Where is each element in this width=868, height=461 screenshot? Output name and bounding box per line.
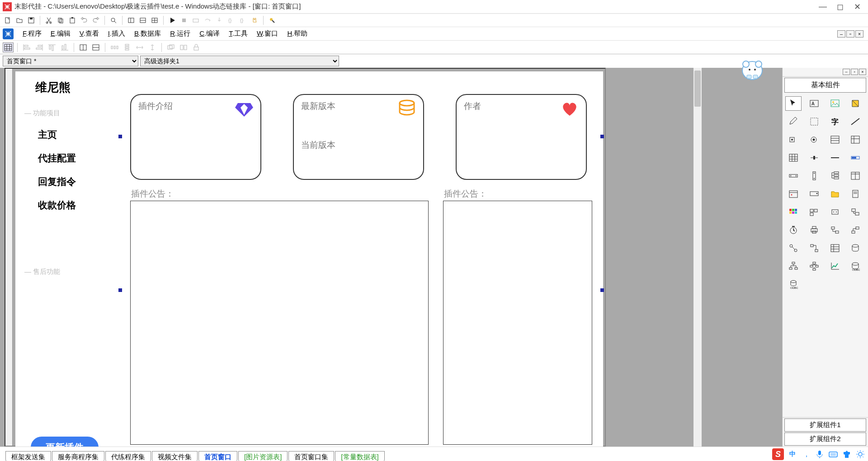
same-w-icon[interactable]	[134, 42, 145, 52]
bottom-tab[interactable]: 服务商程序集	[52, 451, 104, 461]
palette-node-icon[interactable]	[785, 241, 802, 255]
new-file-icon[interactable]	[3, 15, 13, 25]
palette-listbox-icon[interactable]	[827, 132, 843, 147]
brace1-icon[interactable]: {}	[226, 15, 236, 25]
palette-progress-icon[interactable]	[847, 151, 863, 165]
menu-帮助[interactable]: H.帮助	[283, 29, 312, 38]
palette-font-icon[interactable]: 字	[827, 114, 843, 129]
bottom-tab[interactable]: 视频文件集	[152, 451, 198, 461]
menu-运行[interactable]: R.运行	[165, 29, 195, 38]
center-h-icon[interactable]	[78, 42, 89, 52]
maximize-button[interactable]: ◻	[835, 2, 844, 11]
palette-odbc2-icon[interactable]: ODBC	[785, 277, 802, 292]
bottom-tab[interactable]: 代练程序集	[105, 451, 151, 461]
palette-hscroll-icon[interactable]	[785, 169, 802, 183]
sogou-ime-icon[interactable]: S	[772, 448, 784, 460]
palette-edit-icon[interactable]	[785, 114, 802, 129]
ime-mic-icon[interactable]	[815, 449, 825, 459]
align-top-icon[interactable]	[47, 42, 57, 52]
bottom-tab[interactable]: 首页窗口	[198, 451, 237, 461]
minimize-button[interactable]: —	[818, 2, 827, 11]
palette-chart-icon[interactable]	[827, 259, 843, 273]
card-plugin-intro[interactable]: 插件介绍	[130, 94, 261, 180]
open-file-icon[interactable]	[14, 15, 24, 25]
palette-timer-icon[interactable]	[785, 223, 802, 237]
selection-handle[interactable]	[600, 288, 604, 292]
palette-slider-icon[interactable]	[806, 151, 822, 165]
bottom-tab[interactable]: [图片资源表]	[238, 451, 288, 461]
palette-vscroll-icon[interactable]	[806, 169, 822, 183]
nav-price[interactable]: 收款价格	[38, 199, 110, 212]
palette-colorgrid-icon[interactable]	[785, 205, 802, 219]
menu-编译[interactable]: C.编译	[195, 29, 224, 38]
designer-form[interactable]: 维尼熊 功能项目 主页 代挂配置 回复指令 收款价格 售后功能 插件介绍	[15, 71, 603, 447]
align-right-icon[interactable]	[34, 42, 45, 52]
nav-reply[interactable]: 回复指令	[38, 175, 110, 188]
copy-icon[interactable]	[56, 15, 66, 25]
palette-listview-icon[interactable]	[847, 132, 863, 147]
menu-插入[interactable]: I.插入	[104, 29, 130, 38]
mdi-restore-button[interactable]: ▫	[846, 30, 854, 38]
palette-max-button[interactable]: ▫	[851, 69, 858, 75]
layout2-icon[interactable]	[138, 15, 148, 25]
palette-min-button[interactable]: –	[843, 69, 850, 75]
menu-程序[interactable]: F.程序	[18, 29, 46, 38]
palette-db-icon[interactable]	[847, 241, 863, 255]
step-over-icon[interactable]	[203, 15, 212, 25]
dist-v-icon[interactable]	[122, 42, 132, 52]
menu-数据库[interactable]: B.数据库	[130, 29, 165, 38]
palette-label-icon[interactable]: A	[806, 96, 822, 111]
ungroup-icon[interactable]	[178, 42, 189, 52]
palette-print-icon[interactable]	[806, 223, 822, 237]
palette-socket-icon[interactable]	[847, 205, 863, 219]
update-plugin-button[interactable]: 更新插件	[31, 437, 99, 447]
announce-box-1[interactable]	[130, 201, 429, 445]
ime-skin-icon[interactable]	[842, 449, 852, 459]
redo-icon[interactable]	[91, 15, 101, 25]
menu-窗口[interactable]: W.窗口	[252, 29, 283, 38]
tool-icon[interactable]	[267, 15, 277, 25]
palette-tab-ext1[interactable]: 扩展组件1	[784, 419, 866, 432]
debug1-icon[interactable]	[191, 15, 201, 25]
step-into-icon[interactable]	[214, 15, 224, 25]
lock-icon[interactable]	[191, 42, 202, 52]
palette-odbc-icon[interactable]: ODBC	[847, 259, 863, 273]
menu-查看[interactable]: V.查看	[75, 29, 104, 38]
grid-icon[interactable]	[3, 42, 14, 52]
same-h-icon[interactable]	[147, 42, 158, 52]
undo-icon[interactable]	[79, 15, 89, 25]
palette-tree3-icon[interactable]	[806, 259, 822, 273]
selection-handle[interactable]	[118, 288, 122, 292]
palette-calendar-icon[interactable]	[785, 187, 802, 201]
palette-tree-icon[interactable]	[827, 169, 843, 183]
palette-net1-icon[interactable]	[827, 223, 843, 237]
ime-punct-icon[interactable]: ，	[801, 449, 811, 459]
mdi-minimize-button[interactable]: –	[837, 30, 845, 38]
card-author[interactable]: 作者	[456, 94, 587, 180]
ime-settings-icon[interactable]	[855, 449, 865, 459]
palette-tab-ext2[interactable]: 扩展组件2	[784, 433, 866, 446]
nav-home[interactable]: 主页	[38, 128, 110, 141]
palette-net2-icon[interactable]	[847, 223, 863, 237]
run-icon[interactable]	[167, 15, 177, 25]
palette-table-icon[interactable]	[847, 169, 863, 183]
dist-h-icon[interactable]	[109, 42, 120, 52]
vertical-scrollbar[interactable]	[693, 68, 702, 447]
find-icon[interactable]	[108, 15, 118, 25]
palette-hline-icon[interactable]	[827, 151, 843, 165]
component-select[interactable]: 高级选择夹1	[140, 56, 339, 66]
cut-icon[interactable]	[44, 15, 54, 25]
palette-line-icon[interactable]	[847, 114, 863, 129]
palette-grid2-icon[interactable]	[827, 241, 843, 255]
palette-combo-icon[interactable]	[806, 187, 822, 201]
palette-tree2-icon[interactable]	[785, 259, 802, 273]
layout1-icon[interactable]	[126, 15, 136, 25]
palette-pointer-icon[interactable]	[785, 96, 802, 111]
palette-tab-basic[interactable]: 基本组件	[784, 78, 866, 93]
palette-file-icon[interactable]	[847, 187, 863, 201]
palette-shape-icon[interactable]	[847, 96, 863, 111]
ime-lang-icon[interactable]: 中	[788, 449, 797, 459]
close-button[interactable]: ✕	[853, 2, 862, 11]
align-left-icon[interactable]	[21, 42, 32, 52]
window-select[interactable]: 首页窗口 *	[3, 56, 138, 66]
